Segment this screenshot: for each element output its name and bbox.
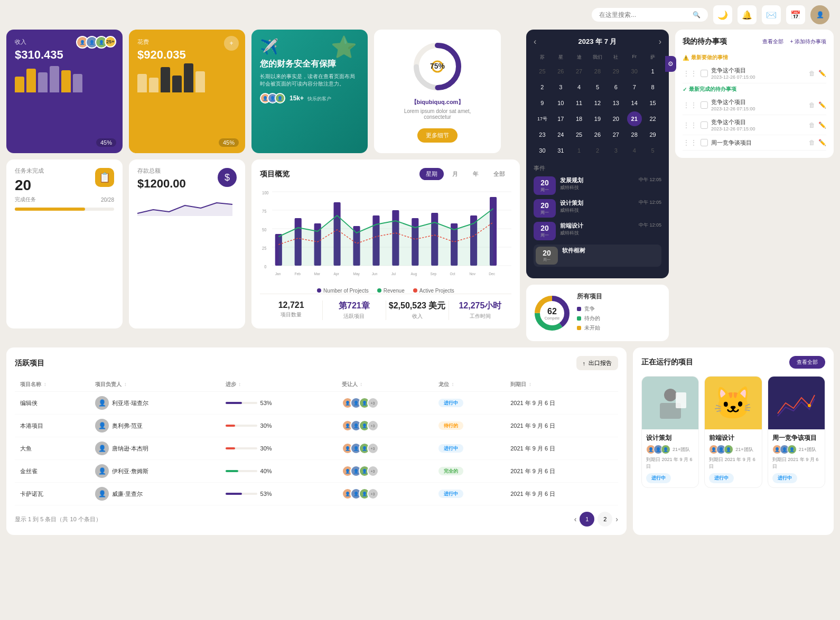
col-status[interactable]: 龙位 ↕ [433,378,505,392]
svg-text:May: May [353,271,360,276]
project-title: 设计策划 [646,434,694,443]
edit-button[interactable]: ✏️ [818,70,826,77]
cal-day[interactable]: 27 [572,64,586,79]
avatar[interactable]: 👤 [810,5,829,24]
cal-day[interactable]: 11 [572,96,586,110]
drag-handle[interactable]: ⋮⋮ [683,69,697,78]
cal-day[interactable]: 24 [553,127,568,142]
cal-day[interactable]: 14 [627,96,642,110]
cal-day[interactable]: 4 [627,143,642,158]
add-todo-link[interactable]: + 添加待办事项 [790,38,826,45]
cal-day[interactable]: 23 [535,127,549,142]
legend-compete: 竞争 [577,305,661,313]
todo-checkbox[interactable] [701,101,708,109]
cal-day[interactable]: 30 [535,143,549,158]
add-expense-button[interactable]: + [224,36,239,51]
cal-day[interactable]: 12 [590,96,605,110]
cal-day[interactable]: 10 [553,96,568,110]
drag-handle[interactable]: ⋮⋮ [683,138,697,147]
cal-day[interactable]: 29 [646,127,660,142]
todo-checkbox[interactable] [701,139,708,146]
cal-settings-button[interactable]: ⚙ [665,56,676,72]
cal-day[interactable]: 2 [535,80,549,95]
cal-day[interactable]: 6 [609,80,623,95]
cal-day[interactable]: 15 [646,96,660,110]
cal-day[interactable]: 28 [627,127,642,142]
cal-day[interactable]: 1 [646,64,660,79]
project-status-button[interactable]: 进行中 [772,473,797,483]
cal-day[interactable]: 2 [590,143,605,158]
cal-prev[interactable]: ‹ [534,37,536,46]
export-button[interactable]: ↑ 出口报告 [576,356,619,370]
delete-button[interactable]: 🗑 [809,70,815,77]
cal-day[interactable]: 13 [609,96,623,110]
cal-day[interactable]: 31 [553,143,568,158]
view-all-link[interactable]: 查看全部 [762,38,783,45]
drag-handle[interactable]: ⋮⋮ [683,121,697,129]
svg-text:0: 0 [264,264,266,269]
tab-week[interactable]: 星期 [419,168,444,180]
cal-day[interactable]: 27 [609,127,623,142]
cal-day[interactable]: 19 [590,111,605,126]
col-name[interactable]: 项目名称 ↕ [15,378,90,392]
cal-day-today[interactable]: 21 [627,111,642,126]
next-page-button[interactable]: › [615,515,618,523]
cal-day[interactable]: 5 [590,80,605,95]
cal-day[interactable]: 26 [553,64,568,79]
cal-day[interactable]: 17 [553,111,568,126]
tab-all[interactable]: 全部 [487,168,511,180]
cal-day[interactable]: 26 [590,127,605,142]
cal-day[interactable]: 25 [535,64,549,79]
cal-day[interactable]: 17号 [535,111,549,126]
delete-button[interactable]: 🗑 [809,139,815,146]
cal-day[interactable]: 7 [627,80,642,95]
delete-button[interactable]: 🗑 [809,121,815,129]
moon-icon[interactable]: 🌙 [713,5,732,24]
detail-button[interactable]: 更多细节 [417,128,458,143]
col-owner[interactable]: 项目负责人 ↕ [90,378,220,392]
svg-text:100: 100 [262,190,269,195]
search-box[interactable]: 🔍 [592,8,708,22]
cal-day[interactable]: 1 [572,143,586,158]
cal-day[interactable]: 25 [572,127,586,142]
delete-button[interactable]: 🗑 [809,101,815,109]
cal-day[interactable]: 29 [609,64,623,79]
cal-day[interactable]: 18 [572,111,586,126]
cal-day[interactable]: 9 [535,96,549,110]
drag-handle[interactable]: ⋮⋮ [683,101,697,109]
cal-day[interactable]: 20 [609,111,623,126]
view-all-button[interactable]: 查看全部 [789,356,825,369]
tab-month[interactable]: 月 [446,168,464,180]
cal-day[interactable]: 28 [590,64,605,79]
tab-year[interactable]: 年 [466,168,485,180]
mail-icon[interactable]: ✉️ [762,5,781,24]
cal-day[interactable]: 3 [553,80,568,95]
cal-day[interactable]: 3 [609,143,623,158]
col-assignee[interactable]: 受让人 ↕ [337,378,433,392]
todo-checkbox[interactable] [701,70,708,77]
col-progress[interactable]: 进步 ↕ [220,378,337,392]
revenue-chart [15,66,114,92]
search-input[interactable] [599,11,688,18]
cal-day[interactable]: 22 [646,111,660,126]
project-status-button[interactable]: 进行中 [709,473,734,483]
todo-actions: 🗑 ✏️ [809,70,826,77]
cal-day[interactable]: 5 [646,143,660,158]
bottom-section: 活跃项目 ↑ 出口报告 项目名称 ↕ 项目负责人 ↕ 进步 ↕ 受让人 ↕ 龙位… [0,347,840,541]
running-title: 正在运行的项目 [641,358,693,367]
prev-page-button[interactable]: ‹ [574,515,577,523]
cal-day[interactable]: 30 [627,64,642,79]
edit-button[interactable]: ✏️ [818,139,826,146]
edit-button[interactable]: ✏️ [818,101,826,109]
cal-day[interactable]: 8 [646,80,660,95]
calendar-icon[interactable]: 📅 [786,5,805,24]
page-2-button[interactable]: 2 [598,512,612,527]
project-status-button[interactable]: 进行中 [646,473,671,483]
col-due[interactable]: 到期日 ↕ [505,378,618,392]
page-1-button[interactable]: 1 [580,512,594,527]
todo-checkbox[interactable] [701,121,708,129]
cal-next[interactable]: › [659,37,661,46]
bell-icon[interactable]: 🔔 [738,5,757,24]
cal-day[interactable]: 4 [572,80,586,95]
edit-button[interactable]: ✏️ [818,121,826,129]
